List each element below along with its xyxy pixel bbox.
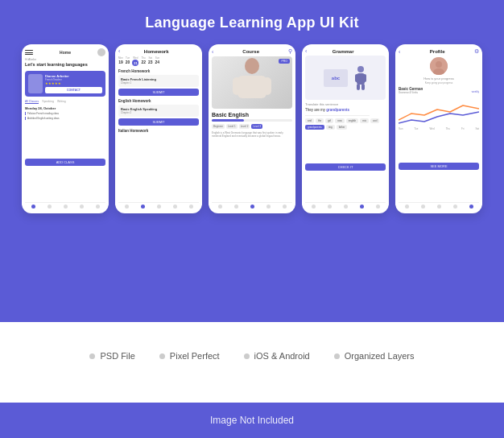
grammar-illustration: abc (305, 56, 386, 100)
nav-dot-4[interactable] (266, 205, 271, 209)
nav-dot-3[interactable] (437, 205, 441, 209)
task-1[interactable]: Basic French Listening Chapter 1 (118, 75, 199, 87)
ph1-hero: Let's start learning languages (25, 62, 105, 68)
tab-writing[interactable]: Writing (57, 100, 66, 104)
cal-wed[interactable]: Wed 21 (132, 56, 138, 66)
nav-dot-2[interactable] (234, 205, 238, 209)
nav-dot-5[interactable] (189, 205, 193, 209)
nav-dot-4[interactable] (453, 205, 457, 209)
french-homework-title: French Homework (118, 69, 199, 73)
cal-tue[interactable]: Tue 20 (126, 56, 130, 66)
ios-label: iOS & Android (254, 351, 310, 361)
nav-dot-5[interactable] (376, 205, 380, 209)
nav-dot-3[interactable] (250, 205, 254, 209)
back-arrow-grammar[interactable]: ‹ (305, 48, 307, 54)
svg-point-0 (245, 58, 259, 74)
tab-all-classes[interactable]: All Classes (25, 100, 39, 104)
ph3-title: Course (242, 49, 259, 54)
add-class-button[interactable]: ADD CLASS (25, 159, 105, 166)
svg-rect-6 (355, 74, 358, 82)
cal-mon[interactable]: Mon 19 (118, 56, 123, 66)
opt-now[interactable]: now (335, 118, 345, 123)
task-2[interactable]: Basic English Speaking Chapter 2 (118, 105, 199, 117)
course-image: PRO (212, 56, 292, 109)
avatar-illustration (430, 57, 448, 75)
nav-dot-2[interactable] (328, 205, 332, 209)
nav-dot-3[interactable] (64, 205, 68, 209)
phone-profile: ‹ Profile ⚙ How is your progress Keep go… (395, 44, 482, 213)
nav-dot-2[interactable] (421, 205, 425, 209)
phone-home: Home Hi Abebe Let's start learning langu… (22, 44, 109, 213)
progress-sub: Keep going your progress (399, 81, 479, 85)
see-more-button[interactable]: SEE MORE (399, 163, 479, 170)
back-arrow-profile[interactable]: ‹ (399, 49, 400, 55)
opt-and[interactable]: and (305, 118, 314, 123)
opt-grandparents[interactable]: grandparents (305, 125, 324, 130)
teacher-card[interactable]: Dianne Arbetter French Teacher ★★★★★ CON… (25, 71, 105, 97)
course-description: English is a West Germanic language that… (212, 131, 292, 138)
character-icon (354, 65, 367, 91)
nav-dot-5[interactable] (96, 205, 100, 209)
translate-label: Translate this sentence (305, 102, 386, 106)
feature-psd: PSD File (89, 351, 134, 361)
opt-father[interactable]: father (337, 125, 348, 130)
opt-english[interactable]: english (346, 118, 359, 123)
contact-button[interactable]: CONTACT (45, 87, 102, 93)
nav-dot-1[interactable] (31, 205, 35, 209)
profile-course-sub: Grammar & Verbs (399, 91, 423, 94)
course-name: Basic English (212, 112, 292, 118)
nav-dot-4[interactable] (360, 205, 364, 209)
nav-dot-4[interactable] (173, 205, 177, 209)
phone-homework: ‹ Homework Mon 19 Tue 20 Wed 21 (115, 44, 202, 213)
course-levels: Beginner Level 1 Level 2 Level 3 (212, 124, 292, 129)
submit-button-1[interactable]: SUBMIT (118, 89, 199, 96)
level-1[interactable]: Level 1 (226, 124, 238, 129)
class-item-1[interactable]: Felician French reading class (25, 112, 105, 115)
progress-label: How is your progress (399, 76, 479, 81)
menu-icon[interactable] (25, 50, 33, 55)
back-arrow-icon[interactable]: ‹ (118, 48, 120, 54)
level-3[interactable]: Level 3 (251, 124, 262, 129)
pro-badge: PRO (279, 59, 290, 64)
back-arrow-course[interactable]: ‹ (212, 49, 213, 55)
nav-dot-1[interactable] (218, 205, 222, 209)
nav-dot-1[interactable] (312, 205, 316, 209)
teacher-avatar (28, 74, 43, 93)
phones-row: Home Hi Abebe Let's start learning langu… (14, 44, 490, 213)
search-icon[interactable]: ⚲ (288, 48, 292, 55)
feature-pixel: Pixel Perfect (159, 351, 220, 361)
opt-cool[interactable]: cool (370, 118, 380, 123)
opt-ring[interactable]: ring (326, 125, 335, 130)
submit-button-2[interactable]: SUBMIT (118, 118, 199, 126)
nav-dot-3[interactable] (344, 205, 348, 209)
level-2[interactable]: Level 2 (239, 124, 250, 129)
cal-thu[interactable]: Thu 22 (141, 56, 146, 66)
progress-fill (212, 119, 244, 122)
nav-dot-5[interactable] (469, 205, 473, 209)
opt-the[interactable]: the (316, 118, 324, 123)
ph1-subtitle: Hi Abebe (25, 58, 105, 61)
nav-dot-1[interactable] (405, 205, 409, 209)
nav-dot-2[interactable] (48, 205, 52, 209)
level-beginner[interactable]: Beginner (212, 124, 225, 129)
svg-point-4 (357, 66, 364, 72)
italian-homework-title: Italian Homework (118, 129, 199, 133)
nav-dot-1[interactable] (125, 205, 129, 209)
nav-dot-5[interactable] (283, 205, 287, 209)
opt-girl[interactable]: girl (325, 118, 333, 123)
check-button[interactable]: CHECK IT (305, 163, 386, 171)
opt-mix[interactable]: mix (360, 118, 369, 123)
tab-speaking[interactable]: Speaking (42, 100, 54, 104)
feature-ios: iOS & Android (244, 351, 310, 361)
cal-sat[interactable]: Sat 23 (148, 56, 153, 66)
phone-course: ‹ Course ⚲ PRO (209, 44, 295, 213)
settings-icon[interactable]: ⚙ (474, 48, 479, 55)
nav-dot-4[interactable] (80, 205, 84, 209)
nav-dot-2[interactable] (141, 205, 145, 209)
nav-dot-3[interactable] (157, 205, 161, 209)
ph1-avatar (97, 48, 105, 56)
ph1-title: Home (60, 50, 71, 55)
cal-sun[interactable]: Sun 24 (155, 56, 160, 66)
psd-dot (89, 353, 95, 359)
class-item-2[interactable]: Archiked English writing class (25, 117, 105, 120)
